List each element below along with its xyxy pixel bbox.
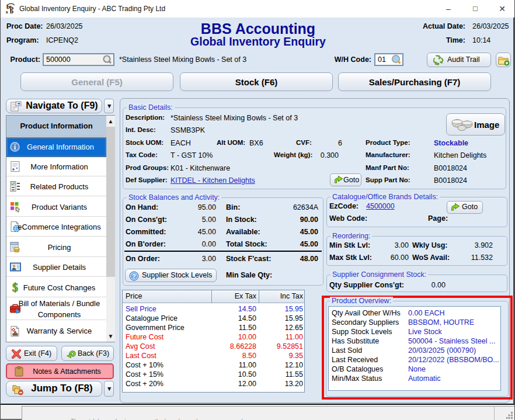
svg-text:i: i: [14, 143, 16, 151]
svg-text:?: ?: [132, 273, 135, 280]
